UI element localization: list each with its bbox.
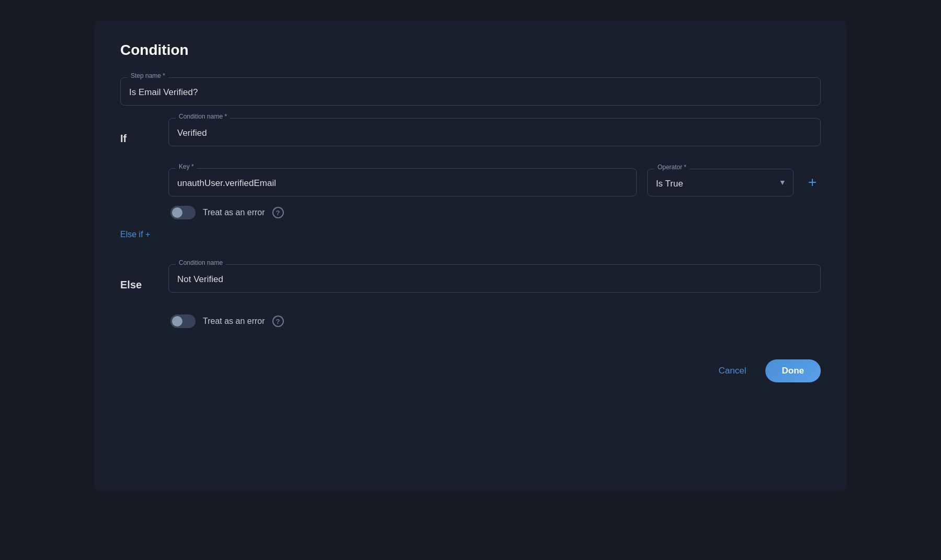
else-section-row: Else Condition name Treat as an error ?	[120, 264, 821, 328]
toggle-track	[170, 206, 196, 219]
step-name-label: Step name *	[128, 72, 168, 79]
operator-field-label: Operator *	[655, 164, 690, 171]
else-condition-name-label: Condition name	[176, 259, 226, 266]
else-section-content: Condition name Treat as an error ?	[168, 264, 821, 328]
if-label: If	[120, 118, 152, 145]
key-field-group: Key *	[168, 168, 637, 196]
cancel-button[interactable]: Cancel	[708, 359, 757, 382]
if-section-row: If Condition name * Key *	[120, 118, 821, 219]
step-name-group: Step name *	[120, 77, 821, 106]
key-field-label: Key *	[176, 163, 197, 170]
if-condition-name-group: Condition name *	[168, 118, 821, 146]
else-treat-error-row: Treat as an error ?	[168, 314, 821, 328]
modal-container: Condition Step name * If Condition name …	[94, 21, 847, 491]
else-if-section: Else if +	[120, 230, 821, 252]
page-title: Condition	[120, 42, 821, 59]
key-inner-group: Key *	[168, 168, 637, 196]
if-condition-name-label: Condition name *	[176, 113, 230, 120]
else-treat-error-label: Treat as an error	[203, 317, 265, 326]
done-button[interactable]: Done	[765, 359, 821, 382]
if-treat-error-label: Treat as an error	[203, 208, 265, 217]
else-treat-error-toggle[interactable]	[170, 314, 196, 328]
else-toggle-track	[170, 314, 196, 328]
if-treat-error-help-icon[interactable]: ?	[272, 207, 284, 218]
if-section-content: Condition name * Key * Operator *	[168, 118, 821, 219]
toggle-thumb	[172, 207, 182, 218]
else-condition-name-input[interactable]	[168, 264, 821, 293]
step-name-input[interactable]	[120, 77, 821, 106]
if-treat-error-toggle[interactable]	[170, 206, 196, 219]
add-condition-button[interactable]: +	[804, 171, 821, 194]
else-toggle-thumb	[172, 316, 182, 326]
else-if-link[interactable]: Else if +	[120, 230, 150, 239]
operator-inner-group: Operator * Is True Is False Equals Not E…	[647, 169, 794, 196]
key-field-input[interactable]	[168, 168, 637, 196]
key-operator-row: Key * Operator * Is True Is False Equals	[168, 168, 821, 196]
operator-select-wrapper: Is True Is False Equals Not Equals Conta…	[647, 169, 794, 196]
if-treat-error-row: Treat as an error ?	[168, 206, 821, 219]
operator-select[interactable]: Is True Is False Equals Not Equals Conta…	[647, 169, 794, 196]
if-condition-name-input[interactable]	[168, 118, 821, 146]
else-label: Else	[120, 264, 152, 291]
operator-field-group: Operator * Is True Is False Equals Not E…	[647, 169, 794, 196]
bottom-actions: Cancel Done	[120, 359, 821, 382]
else-treat-error-help-icon[interactable]: ?	[272, 316, 284, 327]
else-condition-name-group: Condition name	[168, 264, 821, 293]
